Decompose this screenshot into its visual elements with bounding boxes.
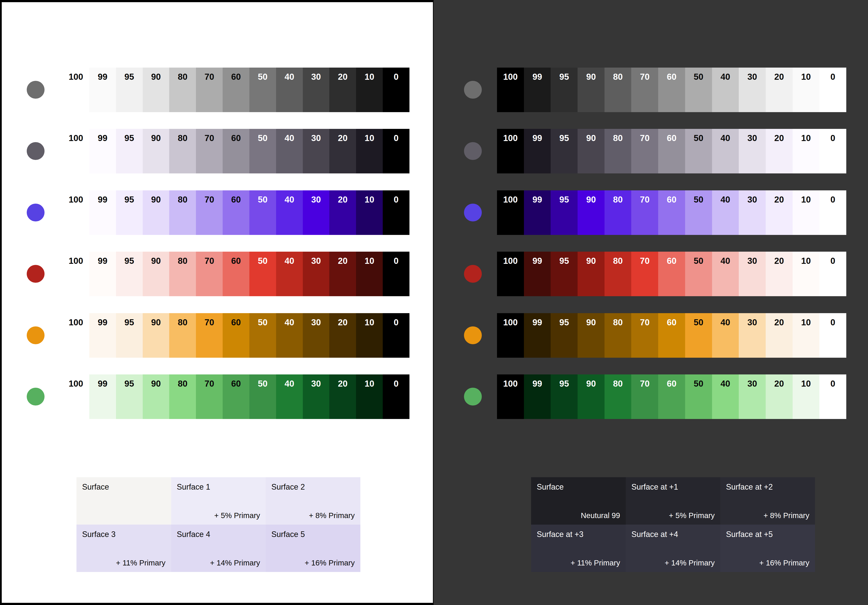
light-primary-purple-swatch-40: 40 (276, 190, 303, 235)
tone-label: 95 (551, 313, 578, 327)
light-orange-swatch-99: 99 (89, 313, 116, 358)
tone-label: 20 (766, 190, 793, 204)
light-surface-card: Surface (76, 477, 171, 524)
dark-primary-purple-tonal-row: 10099959080706050403020100 (497, 190, 846, 235)
tone-label: 95 (551, 68, 578, 82)
tone-label: 10 (793, 252, 820, 265)
tone-label: 30 (739, 68, 766, 82)
tone-label: 90 (578, 252, 604, 265)
tone-label: 60 (658, 313, 685, 327)
tone-label: 10 (793, 374, 820, 388)
tone-label: 70 (196, 313, 223, 327)
light-orange-swatch-100: 100 (62, 313, 89, 358)
light-primary-purple-swatch-30: 30 (303, 190, 330, 235)
tone-label: 0 (383, 190, 409, 204)
tone-label: 99 (89, 190, 116, 204)
dark-orange-swatch-90: 90 (578, 313, 604, 358)
light-red-tonal-row: 10099959080706050403020100 (62, 252, 409, 296)
tone-label: 99 (89, 129, 116, 143)
light-surface-card: Surface 4+ 14% Primary (171, 524, 266, 572)
tone-label: 95 (551, 129, 578, 143)
dark-primary-purple-swatch-60: 60 (658, 190, 685, 235)
light-red-swatch-10: 10 (356, 252, 383, 296)
tone-label: 80 (169, 129, 196, 143)
tone-label: 30 (303, 129, 330, 143)
light-neutral-variant-swatch-70: 70 (196, 129, 223, 174)
tone-label: 80 (169, 374, 196, 388)
tone-label: 40 (712, 190, 739, 204)
surface-card-title: Surface 5 (271, 530, 305, 539)
tone-label: 30 (739, 374, 766, 388)
light-red-swatch-50: 50 (250, 252, 276, 296)
tone-label: 95 (551, 374, 578, 388)
tone-label: 95 (116, 68, 143, 82)
tone-label: 70 (631, 374, 658, 388)
dark-green-swatch-60: 60 (658, 374, 685, 419)
surface-card-note: + 14% Primary (210, 558, 260, 567)
dark-green-swatch-0: 0 (819, 374, 846, 419)
tone-label: 10 (793, 129, 820, 143)
light-green-swatch-95: 95 (116, 374, 143, 419)
tone-label: 0 (383, 252, 409, 265)
light-neutral-variant-swatch-95: 95 (116, 129, 143, 174)
light-primary-purple-tonal-row: 10099959080706050403020100 (62, 190, 409, 235)
dark-neutral-variant-swatch-60: 60 (658, 129, 685, 174)
tone-label: 100 (62, 313, 89, 327)
tone-label: 80 (604, 190, 631, 204)
tone-label: 0 (819, 252, 846, 265)
surface-card-note: + 16% Primary (759, 558, 809, 567)
tone-label: 80 (169, 68, 196, 82)
light-red-swatch-20: 20 (329, 252, 356, 296)
tone-label: 40 (276, 190, 303, 204)
light-orange-tonal-row: 10099959080706050403020100 (62, 313, 409, 358)
tone-label: 50 (250, 252, 276, 265)
dark-green-swatch-95: 95 (551, 374, 578, 419)
dark-primary-purple-swatch-20: 20 (766, 190, 793, 235)
dark-red-swatch-90: 90 (578, 252, 604, 296)
tone-label: 50 (250, 68, 276, 82)
light-neutral-swatch-30: 30 (303, 68, 330, 112)
tone-label: 0 (819, 190, 846, 204)
dark-neutral-swatch-70: 70 (631, 68, 658, 112)
tone-label: 70 (631, 190, 658, 204)
dark-green-swatch-70: 70 (631, 374, 658, 419)
tone-label: 60 (658, 374, 685, 388)
tone-label: 90 (143, 252, 169, 265)
light-orange-swatch-40: 40 (276, 313, 303, 358)
dark-primary-purple-swatch-95: 95 (551, 190, 578, 235)
tone-label: 20 (766, 374, 793, 388)
surface-card-note: + 5% Primary (669, 511, 715, 520)
dark-green-swatch-80: 80 (604, 374, 631, 419)
light-primary-purple-swatch-20: 20 (329, 190, 356, 235)
dark-neutral-variant-swatch-95: 95 (551, 129, 578, 174)
dark-green-swatch-99: 99 (524, 374, 551, 419)
dark-orange-tonal-row: 10099959080706050403020100 (497, 313, 846, 358)
tone-label: 60 (223, 313, 250, 327)
dark-green-swatch-50: 50 (685, 374, 712, 419)
tone-label: 90 (578, 129, 604, 143)
surface-card-note: + 11% Primary (116, 558, 166, 567)
tone-label: 90 (143, 374, 169, 388)
tone-label: 50 (685, 374, 712, 388)
light-primary-purple-swatch-100: 100 (62, 190, 89, 235)
light-neutral-variant-swatch-60: 60 (223, 129, 250, 174)
tone-label: 50 (250, 374, 276, 388)
tone-label: 70 (631, 129, 658, 143)
tone-label: 20 (329, 374, 356, 388)
surface-card-title: Surface 1 (177, 482, 210, 492)
tone-label: 99 (524, 374, 551, 388)
dark-neutral-swatch-0: 0 (819, 68, 846, 112)
light-neutral-swatch-95: 95 (116, 68, 143, 112)
light-neutral-swatch-10: 10 (356, 68, 383, 112)
tone-label: 20 (329, 313, 356, 327)
dark-primary-purple-swatch-80: 80 (604, 190, 631, 235)
dark-red-swatch-99: 99 (524, 252, 551, 296)
tone-label: 99 (524, 252, 551, 265)
tone-label: 95 (116, 129, 143, 143)
tone-label: 40 (276, 252, 303, 265)
light-neutral-variant-swatch-80: 80 (169, 129, 196, 174)
dark-neutral-variant-swatch-80: 80 (604, 129, 631, 174)
tone-label: 80 (169, 252, 196, 265)
dark-neutral-swatch-20: 20 (766, 68, 793, 112)
tone-label: 50 (685, 313, 712, 327)
